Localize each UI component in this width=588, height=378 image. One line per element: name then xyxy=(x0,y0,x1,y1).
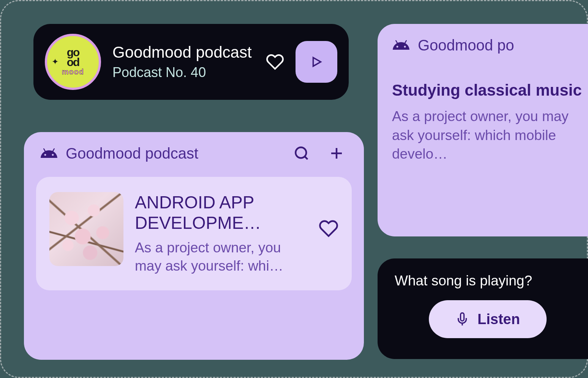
art-logo-top: good xyxy=(67,47,79,67)
main-podcast-widget: Goodmood podcast ANDROID APP DEVELOPME… … xyxy=(24,132,364,360)
search-icon xyxy=(294,145,310,161)
widget-canvas: ✦ good mood Goodmood podcast Podcast No.… xyxy=(0,0,588,378)
microphone-icon xyxy=(455,312,469,326)
favorite-button[interactable] xyxy=(265,52,285,72)
player-widget: ✦ good mood Goodmood podcast Podcast No.… xyxy=(33,24,349,100)
heart-icon xyxy=(266,53,284,71)
side-header: Goodmood po xyxy=(392,36,588,54)
side-episode-title: Studying classical music xyxy=(392,80,588,101)
side-podcast-widget: Goodmood po Studying classical music As … xyxy=(378,24,588,236)
plus-icon xyxy=(329,145,345,161)
episode-info: ANDROID APP DEVELOPME… As a project owne… xyxy=(135,192,307,275)
svg-line-2 xyxy=(305,156,308,159)
player-actions xyxy=(265,41,337,83)
main-header: Goodmood podcast xyxy=(36,144,352,162)
android-icon xyxy=(40,144,58,162)
side-content: Studying classical music As a project ow… xyxy=(392,80,588,164)
side-title: Goodmood po xyxy=(418,37,514,54)
heart-icon xyxy=(319,219,338,238)
player-album-art[interactable]: ✦ good mood xyxy=(45,34,101,90)
android-icon xyxy=(392,36,410,54)
main-title: Goodmood podcast xyxy=(66,145,293,162)
listen-button[interactable]: Listen xyxy=(429,300,547,338)
listen-prompt: What song is playing? xyxy=(395,273,588,289)
art-logo-bottom: mood xyxy=(62,68,84,76)
svg-marker-0 xyxy=(313,58,321,66)
side-episode-description: As a project owner, you may ask yourself… xyxy=(392,107,588,164)
player-subtitle: Podcast No. 40 xyxy=(112,65,265,80)
listen-label: Listen xyxy=(477,311,520,328)
play-icon xyxy=(310,55,323,68)
play-button[interactable] xyxy=(296,41,337,83)
episode-description: As a project owner, you may ask yourself… xyxy=(135,239,307,275)
add-button[interactable] xyxy=(328,145,345,162)
player-info: Goodmood podcast Podcast No. 40 xyxy=(112,43,265,80)
listen-widget: What song is playing? Listen xyxy=(378,258,588,359)
search-button[interactable] xyxy=(293,145,310,162)
episode-favorite-button[interactable] xyxy=(319,219,338,238)
episode-card[interactable]: ANDROID APP DEVELOPME… As a project owne… xyxy=(36,177,352,290)
episode-title: ANDROID APP DEVELOPME… xyxy=(135,192,307,233)
svg-point-1 xyxy=(296,147,306,158)
sparkle-icon: ✦ xyxy=(52,57,58,67)
episode-artwork xyxy=(49,192,123,266)
main-actions xyxy=(293,145,345,162)
player-title: Goodmood podcast xyxy=(112,43,265,61)
